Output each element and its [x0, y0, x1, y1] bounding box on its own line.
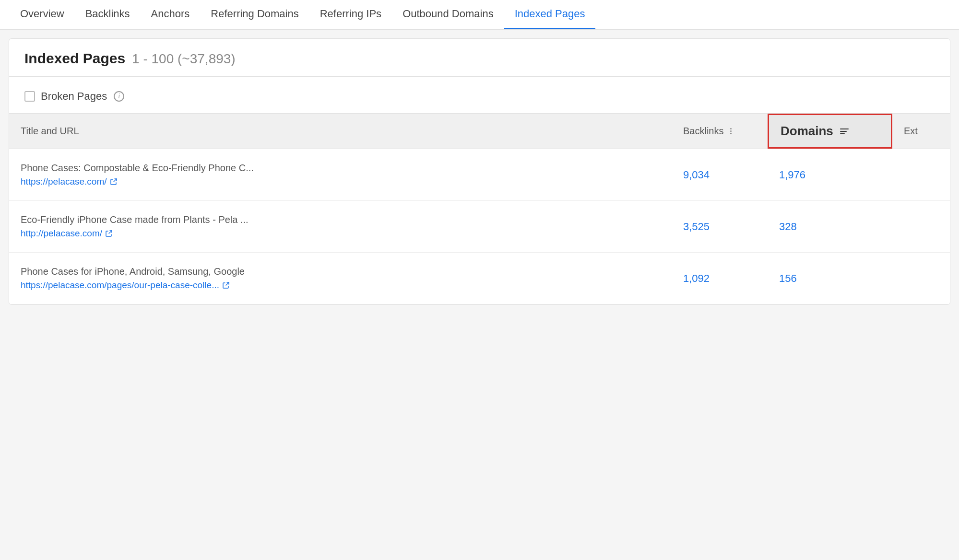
- nav-item-referring-domains[interactable]: Referring Domains: [200, 0, 309, 29]
- nav-item-referring-ips[interactable]: Referring IPs: [309, 0, 392, 29]
- title-url-cell: Phone Cases: Compostable & Eco-Friendly …: [9, 159, 672, 191]
- row-url[interactable]: https://pelacase.com/: [21, 176, 118, 187]
- table-header: Title and URL Backlinks Domains Ext: [9, 114, 950, 149]
- page-range: 1 - 100 (~37,893): [132, 51, 236, 67]
- top-navigation: OverviewBacklinksAnchorsReferring Domain…: [0, 0, 959, 30]
- col-domains[interactable]: Domains: [768, 114, 892, 149]
- filter-row: Broken Pages i: [9, 77, 950, 114]
- nav-item-indexed-pages[interactable]: Indexed Pages: [504, 0, 596, 29]
- backlinks-cell: 1,092: [672, 262, 768, 294]
- domains-value: 156: [779, 272, 797, 285]
- backlinks-sort-icon[interactable]: [730, 128, 732, 134]
- domains-value: 1,976: [779, 169, 805, 181]
- domains-filter-icon[interactable]: [840, 128, 849, 134]
- broken-pages-label: Broken Pages: [41, 90, 107, 103]
- page-title-row: Indexed Pages 1 - 100 (~37,893): [24, 50, 935, 67]
- backlinks-value: 1,092: [683, 272, 710, 285]
- backlinks-cell: 9,034: [672, 159, 768, 191]
- domains-cell: 156: [768, 262, 892, 294]
- title-url-cell: Phone Cases for iPhone, Android, Samsung…: [9, 262, 672, 294]
- nav-item-backlinks[interactable]: Backlinks: [75, 0, 141, 29]
- page-title: Indexed Pages: [24, 50, 125, 67]
- col-backlinks[interactable]: Backlinks: [672, 114, 768, 149]
- table-row: Phone Cases for iPhone, Android, Samsung…: [9, 253, 950, 304]
- broken-pages-checkbox[interactable]: [24, 91, 35, 102]
- row-title: Phone Cases for iPhone, Android, Samsung…: [21, 266, 245, 277]
- col-title-url: Title and URL: [9, 114, 672, 149]
- table-body: Phone Cases: Compostable & Eco-Friendly …: [9, 149, 950, 304]
- domains-cell: 1,976: [768, 159, 892, 191]
- row-url[interactable]: http://pelacase.com/: [21, 228, 113, 239]
- page-header: Indexed Pages 1 - 100 (~37,893): [9, 39, 950, 77]
- ext-cell: [892, 210, 950, 243]
- domains-value: 328: [779, 221, 797, 233]
- row-url[interactable]: https://pelacase.com/pages/our-pela-case…: [21, 280, 230, 291]
- row-title: Phone Cases: Compostable & Eco-Friendly …: [21, 163, 254, 174]
- table-row: Eco-Friendly iPhone Case made from Plant…: [9, 201, 950, 253]
- table-row: Phone Cases: Compostable & Eco-Friendly …: [9, 149, 950, 201]
- broken-pages-filter[interactable]: Broken Pages: [24, 90, 107, 103]
- row-title: Eco-Friendly iPhone Case made from Plant…: [21, 214, 249, 225]
- broken-pages-info-icon[interactable]: i: [114, 91, 124, 102]
- ext-cell: [892, 159, 950, 191]
- backlinks-cell: 3,525: [672, 210, 768, 243]
- nav-item-overview[interactable]: Overview: [10, 0, 75, 29]
- col-ext: Ext: [892, 114, 950, 149]
- backlinks-value: 3,525: [683, 221, 710, 233]
- domains-cell: 328: [768, 210, 892, 243]
- nav-item-outbound-domains[interactable]: Outbound Domains: [392, 0, 504, 29]
- backlinks-value: 9,034: [683, 169, 710, 181]
- main-content: Indexed Pages 1 - 100 (~37,893) Broken P…: [9, 38, 950, 305]
- ext-cell: [892, 262, 950, 294]
- nav-item-anchors[interactable]: Anchors: [141, 0, 201, 29]
- data-table: Title and URL Backlinks Domains Ext Phon…: [9, 114, 950, 304]
- title-url-cell: Eco-Friendly iPhone Case made from Plant…: [9, 210, 672, 243]
